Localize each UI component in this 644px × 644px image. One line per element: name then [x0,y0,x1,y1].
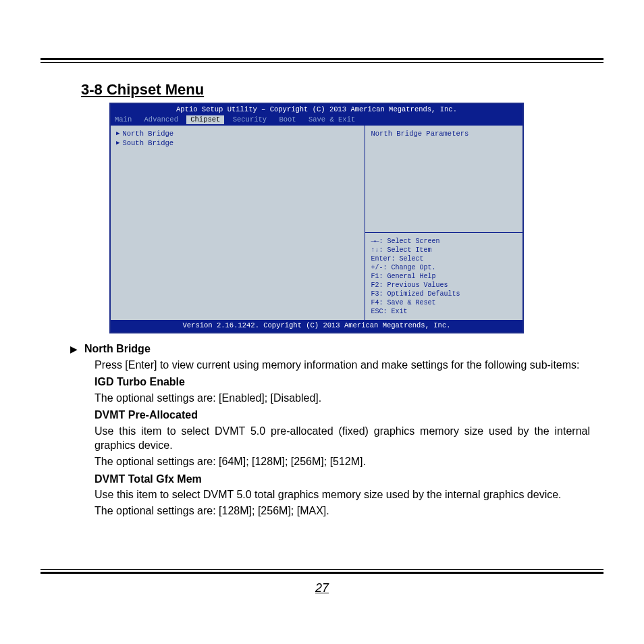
bios-menu-item-south-bridge[interactable]: ▶ South Bridge [116,139,359,149]
body-dvmt-total-2: The optional settings are: [128M]; [256M… [95,504,590,518]
bios-tab-chipset[interactable]: Chipset [186,115,224,125]
body-dvmt-pre-1: Use this item to select DVMT 5.0 pre-all… [95,424,590,453]
bios-tab-advanced[interactable]: Advanced [140,115,182,125]
key-help-line: F2: Previous Values [371,281,517,290]
menu-arrow-icon: ▶ [116,140,119,148]
bios-tab-boot[interactable]: Boot [275,115,300,125]
bios-screenshot: Aptio Setup Utility – Copyright (C) 2013… [109,103,524,333]
bios-key-help: →←: Select Screen ↑↓: Select Item Enter:… [365,233,522,320]
key-help-line: F4: Save & Reset [371,298,517,307]
bullet-row: ▶ North Bridge [70,342,590,356]
bios-menu-pane: ▶ North Bridge ▶ South Bridge [111,126,365,320]
bullet-title: North Bridge [84,342,151,356]
bios-help-title: North Bridge Parameters [365,126,522,233]
key-help-line: F1: General Help [371,272,517,281]
bios-footer-bar: Version 2.16.1242. Copyright (C) 2013 Am… [111,320,522,332]
page-number: 27 [0,581,644,595]
key-help-line: ESC: Exit [371,307,517,316]
key-help-line: ↑↓: Select Item [371,246,517,254]
key-help-line: →←: Select Screen [371,237,517,246]
bios-help-pane: North Bridge Parameters →←: Select Scree… [365,126,522,320]
bios-tab-security[interactable]: Security [229,115,271,125]
bios-tab-row: Main Advanced Chipset Security Boot Save… [111,115,522,126]
bios-title-bar: Aptio Setup Utility – Copyright (C) 2013… [111,104,522,115]
doc-body: ▶ North Bridge Press [Enter] to view cur… [84,342,590,518]
subhead-igd-turbo: IGD Turbo Enable [95,375,590,390]
section-title: 3-8 Chipset Menu [81,81,590,99]
bios-menu-item-north-bridge[interactable]: ▶ North Bridge [116,130,359,139]
key-help-line: F3: Optimized Defaults [371,290,517,298]
body-dvmt-total-1: Use this item to select DVMT 5.0 total g… [95,487,590,502]
content-area: 3-8 Chipset Menu Aptio Setup Utility – C… [81,81,590,518]
bios-tab-main[interactable]: Main [111,115,136,125]
body-igd-turbo: The optional settings are: [Enabled]; [D… [95,391,590,406]
bottom-divider [41,569,603,574]
menu-label: South Bridge [122,139,173,149]
intro-paragraph: Press [Enter] to view current using memo… [95,358,590,373]
body-dvmt-pre-2: The optional settings are: [64M]; [128M]… [95,454,590,469]
subhead-dvmt-pre: DVMT Pre-Allocated [95,408,590,423]
manual-page: 3-8 Chipset Menu Aptio Setup Utility – C… [0,0,644,644]
bios-body: ▶ North Bridge ▶ South Bridge North Brid… [111,126,522,320]
bios-tab-save-exit[interactable]: Save & Exit [304,115,359,125]
key-help-line: +/-: Change Opt. [371,263,517,272]
key-help-line: Enter: Select [371,254,517,263]
bullet-icon: ▶ [70,343,78,356]
menu-label: North Bridge [122,130,173,139]
menu-arrow-icon: ▶ [116,130,119,138]
top-divider [41,58,603,63]
subhead-dvmt-total: DVMT Total Gfx Mem [95,472,590,487]
